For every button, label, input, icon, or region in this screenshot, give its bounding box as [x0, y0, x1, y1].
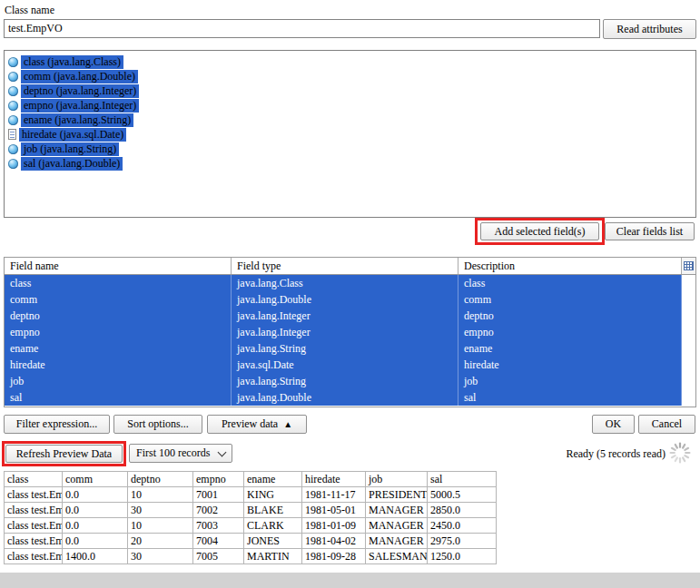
- records-count-value: First 100 records: [136, 446, 210, 460]
- document-icon: [8, 129, 16, 140]
- bean-icon: [8, 159, 18, 169]
- fields-column-header[interactable]: Description: [458, 258, 682, 274]
- attributes-list[interactable]: class (java.lang.Class)comm (java.lang.D…: [4, 50, 696, 218]
- preview-table-cell: 0.0: [63, 503, 128, 518]
- preview-table-cell: 5000.5: [428, 487, 497, 503]
- attribute-label: sal (java.lang.Double): [21, 157, 123, 171]
- fields-table-header: Field nameField typeDescription: [4, 257, 696, 275]
- preview-table-cell: 10: [128, 487, 193, 503]
- attribute-list-item[interactable]: class (java.lang.Class): [8, 54, 695, 69]
- preview-table-cell: class test.Em...: [5, 503, 63, 518]
- attribute-list-item[interactable]: ename (java.lang.String): [8, 113, 695, 127]
- fields-table-row-filler: [682, 324, 695, 340]
- fields-table-row[interactable]: empnojava.lang.Integerempno: [5, 324, 695, 340]
- clear-fields-button[interactable]: Clear fields list: [605, 222, 695, 240]
- fields-table-cell: class: [5, 275, 232, 291]
- sort-options-button[interactable]: Sort options...: [113, 415, 202, 434]
- fields-table-cell: class: [458, 275, 682, 291]
- preview-table-cell: BLAKE: [244, 503, 302, 518]
- add-selected-fields-button[interactable]: Add selected field(s): [480, 222, 599, 240]
- fields-table-row[interactable]: deptnojava.lang.Integerdeptno: [5, 308, 695, 324]
- records-count-dropdown[interactable]: First 100 records: [129, 444, 232, 463]
- preview-table-cell: 7005: [193, 549, 244, 564]
- fields-table-cell: ename: [5, 340, 232, 357]
- fields-table-row[interactable]: saljava.lang.Doublesal: [5, 389, 695, 406]
- fields-table-cell: java.lang.Double: [232, 389, 458, 406]
- attribute-label: job (java.lang.String): [21, 142, 119, 156]
- preview-table-cell: 7004: [193, 534, 244, 549]
- class-name-input[interactable]: [4, 19, 600, 38]
- preview-column-header[interactable]: comm: [63, 472, 128, 487]
- preview-column-header[interactable]: class: [5, 472, 63, 487]
- preview-table-cell: 2850.0: [428, 503, 497, 518]
- preview-table-cell: 30: [128, 549, 193, 564]
- preview-data-toggle-button[interactable]: Preview data ▲: [207, 415, 307, 434]
- preview-column-header[interactable]: empno: [193, 472, 244, 487]
- cancel-button[interactable]: Cancel: [638, 415, 695, 434]
- preview-table-cell: 1981-04-02: [302, 534, 366, 549]
- attribute-list-item[interactable]: sal (java.lang.Double): [8, 156, 695, 171]
- fields-table-cell: empno: [458, 324, 682, 340]
- fields-table-cell: hiredate: [5, 357, 232, 373]
- attribute-list-item[interactable]: comm (java.lang.Double): [8, 69, 695, 83]
- preview-table-cell: 1981-05-01: [302, 503, 366, 518]
- preview-table-cell: class test.Em...: [5, 549, 63, 564]
- fields-table-row[interactable]: jobjava.lang.Stringjob: [5, 373, 695, 389]
- fields-table-cell: hiredate: [458, 357, 682, 373]
- preview-column-header[interactable]: hiredate: [302, 472, 366, 487]
- filter-expression-button[interactable]: Filter expression...: [4, 415, 110, 434]
- fields-table-row[interactable]: commjava.lang.Doublecomm: [5, 291, 695, 308]
- read-attributes-button[interactable]: Read attributes: [603, 19, 696, 39]
- preview-table-cell: JONES: [244, 534, 302, 549]
- preview-table-cell: 2450.0: [428, 518, 497, 534]
- fields-table-cell: deptno: [458, 308, 682, 324]
- preview-column-header[interactable]: sal: [428, 472, 497, 487]
- preview-table-cell: MANAGER: [366, 518, 428, 534]
- preview-column-header[interactable]: ename: [244, 472, 302, 487]
- preview-table-row: class test.Em...0.0307002BLAKE1981-05-01…: [5, 503, 497, 518]
- window-background-strip: [0, 573, 700, 588]
- fields-table-row[interactable]: hiredatejava.sql.Datehiredate: [5, 357, 695, 373]
- attribute-label: hiredate (java.sql.Date): [19, 128, 126, 142]
- collapse-up-icon: ▲: [283, 420, 292, 429]
- fields-table-row-filler: [682, 340, 695, 357]
- preview-table-cell: 10: [128, 518, 193, 534]
- fields-table-row-filler: [682, 275, 695, 291]
- preview-table-row: class test.Em...1400.0307005MARTIN1981-0…: [5, 549, 497, 564]
- attribute-list-item[interactable]: empno (java.lang.Integer): [8, 98, 695, 113]
- refresh-preview-data-button[interactable]: Refresh Preview Data: [5, 445, 123, 463]
- fields-table-cell: java.sql.Date: [232, 357, 458, 373]
- fields-table-body: classjava.lang.Classclasscommjava.lang.D…: [4, 275, 696, 407]
- attribute-list-item[interactable]: deptno (java.lang.Integer): [8, 83, 695, 98]
- fields-table-row-filler: [682, 389, 695, 406]
- column-settings-button[interactable]: [682, 258, 695, 274]
- preview-table-cell: 0.0: [63, 518, 128, 534]
- attribute-list-item[interactable]: job (java.lang.String): [8, 142, 695, 156]
- preview-table-cell: 1400.0: [63, 549, 128, 564]
- table-grid-icon: [684, 261, 694, 270]
- fields-table-row[interactable]: enamejava.lang.Stringename: [5, 340, 695, 357]
- fields-table-row[interactable]: classjava.lang.Classclass: [5, 275, 695, 291]
- preview-table-cell: class test.Em...: [5, 534, 63, 549]
- fields-table-cell: empno: [5, 324, 232, 340]
- preview-column-header[interactable]: deptno: [128, 472, 193, 487]
- preview-table-cell: MARTIN: [244, 549, 302, 564]
- attribute-label: deptno (java.lang.Integer): [21, 84, 139, 98]
- fields-table-row-filler: [682, 373, 695, 389]
- preview-table-cell: 0.0: [63, 487, 128, 503]
- fields-table-cell: sal: [5, 389, 232, 406]
- preview-column-header[interactable]: job: [366, 472, 428, 487]
- preview-table-cell: class test.Em...: [5, 487, 63, 503]
- attribute-list-item[interactable]: hiredate (java.sql.Date): [8, 127, 695, 142]
- preview-table-cell: MANAGER: [366, 534, 428, 549]
- preview-table-cell: 0.0: [63, 534, 128, 549]
- fields-column-header[interactable]: Field type: [232, 258, 458, 274]
- attribute-label: ename (java.lang.String): [21, 113, 133, 127]
- fields-table-cell: comm: [5, 291, 232, 308]
- fields-column-header[interactable]: Field name: [5, 258, 232, 274]
- chevron-down-icon: [218, 447, 227, 456]
- fields-table-cell: job: [5, 373, 232, 389]
- ok-button[interactable]: OK: [592, 415, 635, 434]
- preview-table-cell: 7002: [193, 503, 244, 518]
- fields-table-cell: java.lang.String: [232, 373, 458, 389]
